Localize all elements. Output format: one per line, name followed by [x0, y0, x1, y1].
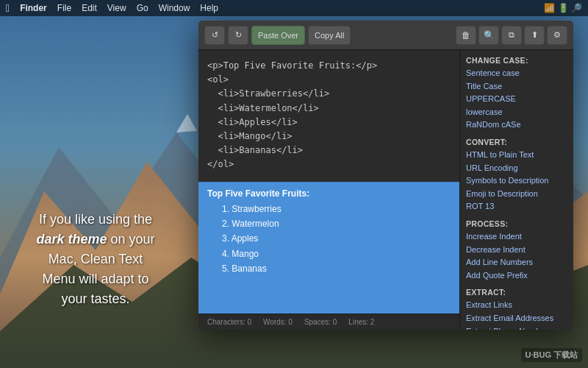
html-line-5: <li>Mango</li> [207, 130, 451, 144]
html-line-7: </ol> [207, 158, 451, 171]
menubar-help[interactable]: Help [200, 3, 218, 13]
sidebar-item-lowercase[interactable]: lowercase [466, 106, 567, 119]
sidebar-item-random-case[interactable]: RaNDom cASe [466, 118, 567, 132]
html-line-0: <p>Top Five Favorite Fruits:</p> [207, 59, 451, 73]
left-text-line5: Menu will adapt to [42, 272, 148, 286]
copy-all-label: Copy All [315, 31, 344, 40]
menubar-go[interactable]: Go [137, 3, 148, 13]
left-text-dark-theme: dark theme [36, 232, 107, 247]
search-icon: 🔍 [484, 30, 495, 40]
sidebar-item-extract-emails[interactable]: Extract Email Addresses [466, 312, 567, 325]
paste-over-label: Paste Over [258, 31, 298, 40]
redo-icon: ↻ [235, 30, 242, 40]
preview-title: Top Five Favorite Fruits: [207, 188, 451, 199]
sidebar-item-increase-indent[interactable]: Increase Indent [466, 230, 567, 244]
preview-item-0: 1. Strawberries [210, 202, 451, 216]
sidebar-item-decrease-indent[interactable]: Decrease Indent [466, 244, 567, 257]
sidebar-item-extract-phones[interactable]: Extract Phone Numbers [466, 325, 567, 330]
sidebar-item-html-to-plain[interactable]: HTML to Plain Text [466, 149, 567, 162]
menubar-window[interactable]: Window [159, 3, 190, 13]
watermark-text: U·BUG 下载站 [526, 350, 578, 359]
gear-icon: ⚙ [553, 30, 561, 40]
preview-item-4: 5. Bananas [210, 261, 451, 276]
menubar-finder[interactable]: Finder [20, 3, 47, 13]
preview-item-1: 2. Watermelon [210, 216, 451, 231]
delete-button[interactable]: 🗑 [456, 26, 476, 45]
copy-button[interactable]: ⧉ [501, 26, 522, 45]
menubar-edit[interactable]: Edit [82, 3, 97, 13]
preview-list: 1. Strawberries 2. Watermelon 3. Apples … [207, 202, 451, 277]
toolbar-right-icons: 🗑 🔍 ⧉ ⬆ ⚙ [456, 26, 567, 45]
html-source-text: <p>Top Five Favorite Fruits:</p> <ol> <l… [204, 56, 453, 175]
apple-menu-icon[interactable]:  [6, 2, 10, 14]
html-line-3: <li>Watermelon</li> [207, 102, 451, 116]
menubar:  Finder File Edit View Go Window Help 📶… [0, 0, 588, 16]
settings-button[interactable]: ⚙ [547, 26, 567, 45]
status-characters: Characters: 0 [207, 318, 251, 326]
html-line-6: <li>Bananas</li> [207, 144, 451, 158]
html-line-2: <li>Strawberries</li> [207, 87, 451, 101]
preview-item-3: 4. Mango [210, 247, 451, 261]
sidebar-item-emoji-to-desc[interactable]: Emoji to Description [466, 188, 567, 201]
sidebar-item-add-line-numbers[interactable]: Add Line Numbers [466, 256, 567, 269]
left-text-line1: If you like using the [39, 212, 152, 227]
share-button[interactable]: ⬆ [524, 26, 545, 45]
sidebar-item-sentence-case[interactable]: Sentence case [466, 67, 567, 80]
editor-area: <p>Top Five Favorite Fruits:</p> <ol> <l… [198, 50, 459, 330]
sidebar-item-url-encoding[interactable]: URL Encoding [466, 162, 567, 175]
sidebar-item-extract-links[interactable]: Extract Links [466, 299, 567, 312]
toolbar: ↺ ↻ Paste Over Copy All 🗑 🔍 ⧉ ⬆ [198, 21, 573, 50]
watermark: U·BUG 下载站 [521, 348, 583, 362]
sidebar-item-rot13[interactable]: ROT 13 [466, 200, 567, 213]
copy-all-button[interactable]: Copy All [308, 26, 351, 45]
html-source-panel[interactable]: <p>Top Five Favorite Fruits:</p> <ol> <l… [198, 50, 459, 182]
sidebar-section-extract: EXTRACT: [466, 288, 567, 297]
menubar-file[interactable]: File [57, 3, 71, 13]
sidebar-section-process: PROCESS: [466, 219, 567, 228]
search-button[interactable]: 🔍 [478, 26, 499, 45]
delete-icon: 🗑 [462, 30, 470, 40]
right-sidebar: CHANGE CASE: Sentence case Title Case UP… [459, 50, 573, 330]
undo-button[interactable]: ↺ [204, 26, 225, 45]
sidebar-item-add-quote-prefix[interactable]: Add Quote Prefix [466, 269, 567, 283]
paste-over-button[interactable]: Paste Over [251, 26, 305, 45]
left-text-line3: on your [107, 232, 155, 247]
copy-icon: ⧉ [509, 30, 514, 40]
status-lines: Lines: 2 [348, 318, 374, 326]
left-text-line6: your tastes. [61, 291, 129, 306]
redo-button[interactable]: ↻ [228, 26, 248, 45]
status-bar: Characters: 0 Words: 0 Spaces: 0 Lines: … [198, 314, 459, 330]
main-content: <p>Top Five Favorite Fruits:</p> <ol> <l… [198, 50, 573, 330]
sidebar-item-symbols-to-desc[interactable]: Symbols to Description [466, 174, 567, 188]
app-window: ↺ ↻ Paste Over Copy All 🗑 🔍 ⧉ ⬆ [198, 21, 573, 330]
sidebar-section-change-case: CHANGE CASE: [466, 56, 567, 65]
undo-icon: ↺ [212, 30, 218, 40]
html-line-1: <ol> [207, 73, 451, 87]
status-spaces: Spaces: 0 [304, 318, 337, 326]
menubar-view[interactable]: View [107, 3, 126, 13]
menubar-status-icons: 📶 🔋 🔎 [544, 3, 582, 13]
html-line-4: <li>Apples</li> [207, 116, 451, 130]
sidebar-item-uppercase[interactable]: UPPERCASE [466, 93, 567, 106]
sidebar-item-title-case[interactable]: Title Case [466, 80, 567, 93]
share-icon: ⬆ [531, 30, 538, 40]
preview-item-2: 3. Apples [210, 231, 451, 246]
left-text-line4: Mac, Clean Text [49, 252, 143, 266]
left-overlay-text: If you like using the dark theme on your… [15, 210, 176, 309]
status-words: Words: 0 [263, 318, 293, 326]
preview-panel: Top Five Favorite Fruits: 1. Strawberrie… [198, 182, 459, 314]
sidebar-section-convert: CONVERT: [466, 138, 567, 146]
